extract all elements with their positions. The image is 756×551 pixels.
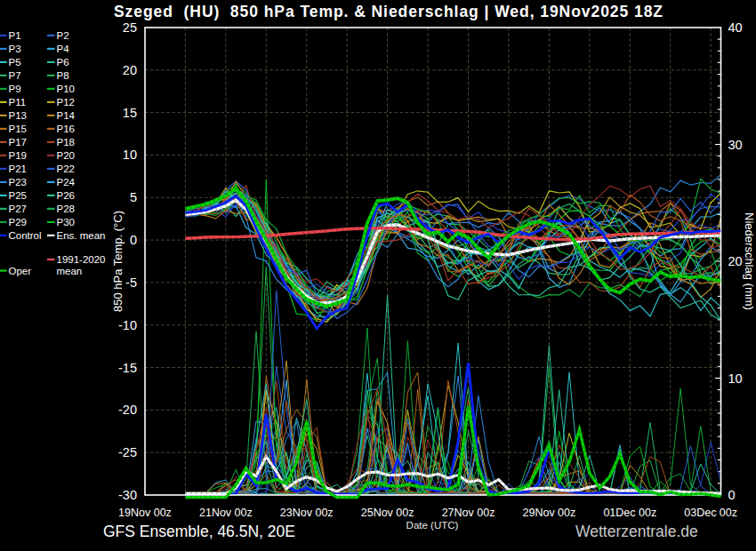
svg-text:30: 30 bbox=[728, 138, 743, 152]
svg-text:P21: P21 bbox=[9, 164, 27, 174]
svg-text:P14: P14 bbox=[57, 110, 76, 121]
svg-text:P24: P24 bbox=[57, 177, 76, 188]
svg-text:29Nov 00z: 29Nov 00z bbox=[523, 507, 576, 519]
svg-text:Date (UTC): Date (UTC) bbox=[406, 520, 459, 531]
svg-text:P5: P5 bbox=[9, 57, 21, 68]
svg-text:P13: P13 bbox=[9, 110, 27, 121]
svg-text:mean: mean bbox=[57, 266, 83, 276]
svg-text:P9: P9 bbox=[9, 84, 21, 94]
svg-text:P2: P2 bbox=[57, 30, 69, 41]
svg-text:P25: P25 bbox=[9, 190, 27, 201]
svg-text:P27: P27 bbox=[9, 204, 27, 214]
svg-text:-20: -20 bbox=[118, 403, 137, 417]
svg-text:P10: P10 bbox=[57, 84, 75, 94]
svg-text:25: 25 bbox=[123, 20, 137, 35]
svg-text:P12: P12 bbox=[57, 97, 75, 108]
svg-text:850 hPa Temp. (°C): 850 hPa Temp. (°C) bbox=[111, 211, 125, 312]
svg-text:Ens. mean: Ens. mean bbox=[57, 230, 106, 241]
svg-text:Niederschlag (mm): Niederschlag (mm) bbox=[743, 212, 756, 310]
svg-text:P17: P17 bbox=[9, 137, 27, 148]
svg-text:10: 10 bbox=[123, 148, 137, 162]
svg-text:P4: P4 bbox=[57, 44, 70, 54]
svg-text:P3: P3 bbox=[9, 44, 21, 54]
svg-text:20: 20 bbox=[728, 254, 743, 268]
svg-text:P30: P30 bbox=[57, 217, 75, 228]
svg-text:P20: P20 bbox=[57, 150, 75, 161]
svg-text:-5: -5 bbox=[125, 276, 137, 290]
svg-text:GFS Ensemble, 46.5N, 20E: GFS Ensemble, 46.5N, 20E bbox=[103, 523, 295, 540]
svg-text:20: 20 bbox=[123, 63, 137, 77]
svg-text:Oper: Oper bbox=[9, 266, 32, 276]
svg-text:21Nov 00z: 21Nov 00z bbox=[199, 507, 253, 519]
svg-text:23Nov 00z: 23Nov 00z bbox=[280, 507, 334, 519]
svg-text:1991-2020: 1991-2020 bbox=[57, 254, 106, 265]
svg-text:10: 10 bbox=[728, 371, 743, 386]
svg-text:P29: P29 bbox=[9, 217, 27, 228]
svg-text:-30: -30 bbox=[118, 488, 137, 502]
svg-text:P23: P23 bbox=[9, 177, 27, 188]
svg-text:01Dec 00z: 01Dec 00z bbox=[603, 507, 656, 519]
svg-text:40: 40 bbox=[728, 20, 743, 35]
svg-text:P1: P1 bbox=[9, 30, 21, 41]
svg-text:25Nov 00z: 25Nov 00z bbox=[361, 507, 414, 519]
svg-text:27Nov 00z: 27Nov 00z bbox=[442, 507, 495, 519]
svg-text:P19: P19 bbox=[9, 150, 27, 161]
svg-text:5: 5 bbox=[130, 190, 137, 204]
svg-text:P6: P6 bbox=[57, 57, 69, 68]
svg-text:Control: Control bbox=[9, 230, 42, 241]
svg-text:Szeged (HU) 850 hPa Temp. &: Szeged (HU) 850 hPa Temp. & Niederschlag… bbox=[114, 3, 663, 20]
svg-text:03Dec 00z: 03Dec 00z bbox=[684, 507, 737, 519]
svg-text:P26: P26 bbox=[57, 190, 75, 201]
svg-text:-10: -10 bbox=[118, 318, 137, 332]
svg-text:P7: P7 bbox=[9, 70, 21, 81]
svg-text:P16: P16 bbox=[57, 124, 75, 134]
svg-text:19Nov 00z: 19Nov 00z bbox=[118, 507, 172, 519]
svg-text:P15: P15 bbox=[9, 124, 27, 134]
svg-text:15: 15 bbox=[123, 106, 137, 120]
svg-text:0: 0 bbox=[728, 488, 736, 502]
svg-text:-15: -15 bbox=[118, 361, 137, 375]
svg-text:P22: P22 bbox=[57, 164, 75, 174]
svg-text:Wetterzentrale.de: Wetterzentrale.de bbox=[575, 523, 698, 540]
svg-text:0: 0 bbox=[130, 233, 137, 247]
svg-text:P8: P8 bbox=[57, 70, 69, 81]
svg-text:P18: P18 bbox=[57, 137, 75, 148]
svg-text:P11: P11 bbox=[9, 97, 27, 108]
svg-text:P28: P28 bbox=[57, 204, 75, 214]
svg-text:-25: -25 bbox=[118, 445, 137, 459]
